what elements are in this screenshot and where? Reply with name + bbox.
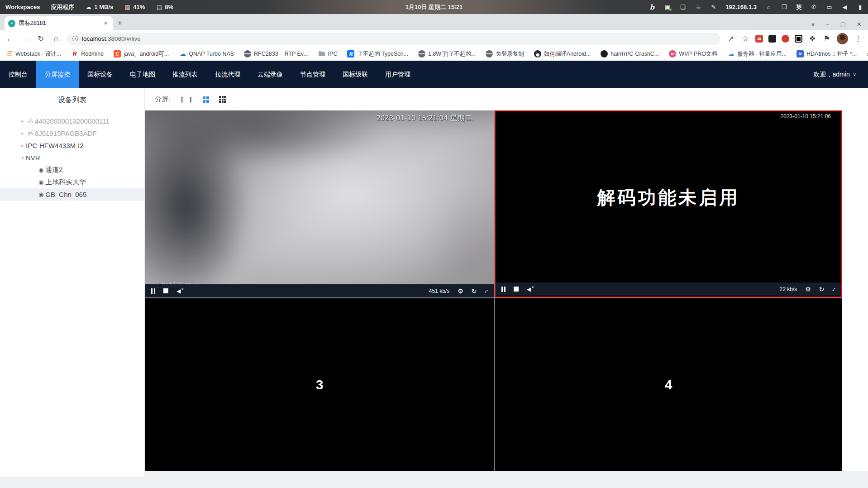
browser-tab[interactable]: ✦ 国标28181 ✕ [5, 16, 113, 30]
side-panel-icon[interactable]: ⚑ [822, 34, 831, 43]
battery-icon[interactable]: ▮ [857, 4, 863, 11]
bookmark-item[interactable]: RRedmine [71, 50, 104, 57]
bookmark-item[interactable]: IPC [318, 50, 338, 57]
bookmark-item[interactable]: hairrrrr/C-CrashC... [601, 50, 659, 57]
fullscreen-icon[interactable]: ↕ [830, 286, 837, 292]
bookmark-item[interactable]: RFC2833 – RTP Ev... [244, 50, 308, 57]
pause-button[interactable] [501, 287, 506, 292]
caret-right-icon[interactable]: ▸ [19, 118, 26, 124]
fullscreen-toggle-icon[interactable]: [ ] [180, 96, 193, 103]
adblock-extension-icon[interactable] [782, 35, 789, 43]
address-bar[interactable]: ⓘ localhost:38080/#/live [67, 33, 720, 45]
extensions-puzzle-icon[interactable]: ❖ [808, 34, 817, 43]
bookmark-item[interactable]: Cjava、android可... [114, 50, 169, 58]
screenshot-extension-icon[interactable] [795, 35, 802, 43]
nav-item-gb-devices[interactable]: 国标设备 [79, 61, 121, 88]
nav-item-map[interactable]: 电子地图 [121, 61, 164, 88]
caret-down-icon[interactable]: ▾ [19, 155, 26, 161]
video-pane-1[interactable]: 2023-01-10 15:21:04 星期二 上地科实大华 ◀✕ 451 kb… [145, 110, 494, 297]
refresh-icon[interactable]: ↻ [472, 287, 477, 295]
tree-node-channel[interactable]: ◉ 通道2 [0, 164, 144, 176]
mute-button[interactable]: ◀✕ [527, 286, 534, 292]
pause-button[interactable] [151, 288, 155, 294]
nav-item-cloud-record[interactable]: 云端录像 [249, 61, 291, 88]
back-button[interactable]: ← [5, 34, 14, 43]
mute-button[interactable]: ◀✕ [176, 288, 184, 294]
applications-menu[interactable]: 应用程序 [51, 3, 74, 11]
fullscreen-icon[interactable]: ↕ [483, 287, 490, 294]
penguin-icon [534, 50, 541, 57]
stop-button[interactable] [163, 288, 168, 293]
window-minimize-icon[interactable]: − [826, 21, 830, 28]
browser-menu-icon[interactable]: ⋮ [854, 34, 863, 43]
dictionary-tray-icon[interactable]: ▣ [664, 4, 671, 11]
tab-close-icon[interactable]: ✕ [102, 19, 110, 27]
tree-node-platform[interactable]: ▸ 品 8J01915PAGB3ADF [0, 127, 144, 139]
caret-right-icon[interactable]: ▸ [19, 143, 26, 148]
bookmark-item[interactable]: ☰Webstack - 设计... [5, 50, 61, 58]
nav-item-pull-proxy[interactable]: 拉流代理 [206, 61, 249, 88]
video-pane-4[interactable]: 4 [495, 298, 842, 471]
nav-item-split-monitor[interactable]: 分屏监控 [36, 61, 79, 88]
bookmark-item[interactable]: 免登录复制 [486, 50, 524, 58]
browser-home-button[interactable]: ⌂ [52, 34, 61, 43]
bookmark-star-icon[interactable]: ☆ [741, 34, 750, 43]
new-tab-button[interactable]: + [118, 19, 122, 28]
folder-icon [318, 50, 325, 57]
settings-icon[interactable]: ⚙ [458, 287, 463, 295]
share-icon[interactable]: ↗ [726, 34, 735, 43]
workspaces-button[interactable]: Workspaces [5, 4, 40, 10]
nav-item-user-manage[interactable]: 用户管理 [377, 61, 419, 88]
nav-item-gb-cascade[interactable]: 国标级联 [334, 61, 377, 88]
bookmark-item[interactable]: 如何编译Android... [534, 50, 591, 58]
network-speed: ☁ 1 MB/s [85, 4, 113, 11]
window-maximize-icon[interactable]: ▢ [840, 21, 846, 28]
input-language-indicator[interactable]: 英 [796, 3, 802, 11]
window-close-icon[interactable]: ✕ [857, 21, 862, 28]
ip-address[interactable]: 192.168.1.3 [725, 4, 757, 10]
coffee-tray-icon[interactable]: ☕ [695, 4, 701, 11]
user-menu[interactable]: 欢迎，admin ∨ [814, 61, 868, 88]
video-pane-2-selected[interactable]: 2023-01-10 15:21:06 解码功能未启用 ◀✕ 22 kb/s ⚙… [495, 110, 842, 297]
profile-avatar[interactable] [837, 33, 848, 44]
bookmark-item[interactable]: 知了不起的 TypeScri... [347, 50, 408, 58]
nav-item-push-list[interactable]: 推流列表 [164, 61, 206, 88]
grid-2x2-icon[interactable] [203, 96, 209, 103]
caret-right-icon[interactable]: ▸ [19, 130, 26, 136]
display-icon[interactable]: ▭ [826, 4, 833, 11]
bookmark-item[interactable]: ☁QNAP Turbo NAS [179, 50, 234, 57]
volume-icon[interactable]: ◀ [841, 4, 848, 11]
app-navbar: 控制台 分屏监控 国标设备 电子地图 推流列表 拉流代理 云端录像 节点管理 国… [0, 61, 868, 88]
forward-button[interactable]: → [21, 34, 30, 43]
site-info-icon[interactable]: ⓘ [72, 35, 78, 43]
screenshot-tray-icon[interactable]: ❐ [781, 4, 787, 11]
nav-item-console[interactable]: 控制台 [0, 61, 36, 88]
tree-node-platform[interactable]: ▸ 品 44020000013200000111 [0, 115, 144, 127]
reload-button[interactable]: ↻ [36, 34, 45, 43]
darkreader-extension-icon[interactable] [768, 35, 776, 43]
tampermonkey-extension-icon[interactable]: JS [755, 35, 763, 43]
home-tray-icon[interactable]: ⌂ [765, 4, 772, 11]
phone-link-icon[interactable]: ✆ [811, 4, 817, 11]
tree-node-device[interactable]: ▸ IPC-HFW4433M-I2 [0, 139, 144, 152]
tab-search-caret-icon[interactable]: ∨ [811, 21, 816, 28]
bookmark-item[interactable]: WWVP-PRO文档 [669, 50, 717, 58]
settings-icon[interactable]: ⚙ [805, 286, 811, 293]
color-picker-tray-icon[interactable]: ✎ [710, 4, 717, 11]
refresh-icon[interactable]: ↻ [819, 286, 825, 293]
split-toolbar: 分屏: [ ] [145, 88, 868, 110]
nav-item-node-manage[interactable]: 节点管理 [291, 61, 334, 88]
tree-node-channel[interactable]: ◉ 上地科实大华 [0, 176, 144, 188]
tree-node-device[interactable]: ▾ NVR [0, 152, 144, 164]
grid-3x3-icon[interactable] [219, 96, 226, 103]
bing-tray-icon[interactable]: b [649, 4, 655, 11]
qnap-cloud-icon: ☁ [179, 50, 186, 57]
tree-node-channel-selected[interactable]: ◉ GB_Chn_065 [0, 188, 144, 201]
bookmark-item[interactable]: 1.8W字|了不起的... [418, 50, 476, 58]
bookmark-item[interactable]: NHDAtmos :: 种子 *... [796, 50, 857, 58]
video-pane-3[interactable]: 3 [145, 298, 494, 471]
cloud-download-icon: ☁ [85, 4, 92, 11]
bookmark-item[interactable]: ☁服务器 - 轻量应用... [727, 50, 787, 58]
clipboard-tray-icon[interactable]: ❏ [679, 4, 686, 11]
stop-button[interactable] [514, 287, 519, 292]
